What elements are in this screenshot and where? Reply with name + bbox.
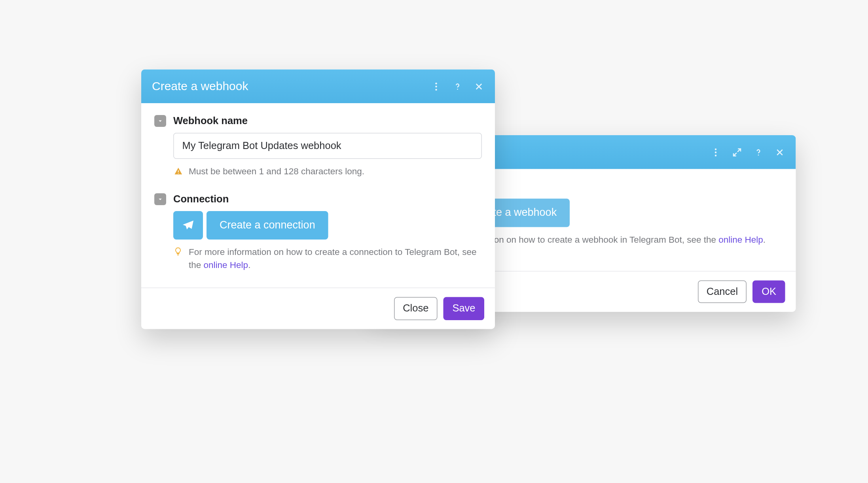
warning-icon	[173, 165, 183, 177]
create-connection-button[interactable]: Create a connection	[207, 211, 328, 240]
close-icon[interactable]	[775, 147, 785, 157]
close-button[interactable]: Close	[394, 297, 438, 320]
close-icon[interactable]	[474, 81, 484, 92]
header-icons	[431, 81, 484, 92]
svg-point-4	[435, 82, 437, 84]
svg-point-2	[715, 154, 717, 156]
modal-footer: Close Save	[141, 288, 495, 329]
more-icon[interactable]	[431, 81, 442, 92]
svg-point-1	[715, 151, 717, 153]
svg-point-6	[435, 89, 437, 91]
help-icon[interactable]	[753, 147, 764, 157]
online-help-link[interactable]: online Help	[204, 259, 248, 270]
webhook-name-input[interactable]	[173, 133, 482, 159]
help-icon[interactable]	[452, 81, 463, 92]
svg-point-5	[435, 85, 437, 87]
svg-point-7	[457, 89, 458, 90]
ok-button[interactable]: OK	[753, 280, 785, 303]
webhook-name-label: Webhook name	[173, 115, 248, 127]
create-connection-button-label: Create a connection	[220, 219, 315, 231]
lightbulb-icon	[173, 245, 183, 257]
webhook-name-hint: Must be between 1 and 128 characters lon…	[189, 165, 364, 178]
modal-header: Create a webhook	[141, 70, 495, 104]
online-help-link[interactable]: online Help	[718, 234, 763, 245]
svg-point-0	[715, 148, 717, 150]
toggle-icon[interactable]	[154, 115, 166, 127]
connection-label: Connection	[173, 193, 229, 205]
cancel-button[interactable]: Cancel	[697, 280, 747, 303]
connection-section: Connection Create a connection	[154, 193, 482, 271]
webhook-name-section: Webhook name Must be between 1 and 128 c…	[154, 115, 482, 178]
more-icon[interactable]	[711, 147, 721, 157]
save-button[interactable]: Save	[443, 297, 484, 320]
modal-title: Create a webhook	[152, 79, 431, 93]
connection-hint-text: For more information on how to create a …	[189, 245, 482, 271]
header-icons	[711, 147, 785, 157]
toggle-icon[interactable]	[154, 193, 166, 205]
create-webhook-modal: Create a webhook Webhook na	[141, 70, 495, 329]
expand-icon[interactable]	[732, 147, 743, 157]
svg-point-3	[758, 154, 759, 155]
modal-body: Webhook name Must be between 1 and 128 c…	[141, 103, 495, 288]
telegram-app-icon-button[interactable]	[173, 211, 203, 240]
